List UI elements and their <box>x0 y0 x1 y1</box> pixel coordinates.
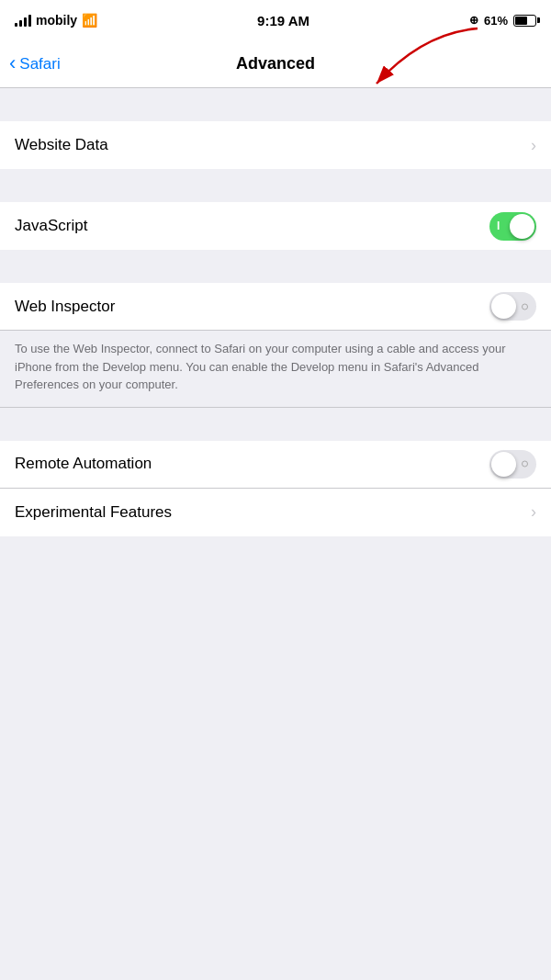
javascript-row: JavaScript I <box>0 202 551 250</box>
status-bar-left: mobily 📶 <box>15 13 97 28</box>
section-gap-1 <box>0 88 551 121</box>
toggle-off-dot <box>522 303 528 310</box>
status-bar: mobily 📶 9:19 AM ⊕ 61% <box>0 0 551 40</box>
remote-automation-toggle[interactable] <box>489 450 536 479</box>
experimental-features-label: Experimental Features <box>15 503 172 522</box>
experimental-features-chevron-icon: › <box>531 502 536 522</box>
web-inspector-description: To use the Web Inspector, connect to Saf… <box>0 331 551 408</box>
nav-bar: ‹ Safari Advanced <box>0 40 551 88</box>
bottom-area <box>0 536 551 867</box>
javascript-toggle[interactable]: I <box>489 212 536 241</box>
web-inspector-toggle[interactable] <box>489 292 536 321</box>
website-data-chevron-icon: › <box>531 136 536 155</box>
wifi-icon: 📶 <box>82 13 97 28</box>
remote-automation-row: Remote Automation <box>0 441 551 489</box>
toggle-knob <box>510 214 534 239</box>
javascript-section: JavaScript I <box>0 202 551 250</box>
back-label: Safari <box>19 55 60 73</box>
battery-icon <box>513 15 536 27</box>
experimental-features-row[interactable]: Experimental Features › <box>0 489 551 536</box>
status-bar-time: 9:19 AM <box>257 13 309 28</box>
page-title: Advanced <box>236 54 315 73</box>
remote-automation-label: Remote Automation <box>15 455 152 473</box>
automation-section: Remote Automation Experimental Features … <box>0 441 551 536</box>
section-gap-2 <box>0 169 551 202</box>
web-inspector-section: Web Inspector To use the Web Inspector, … <box>0 283 551 408</box>
battery-percent: 61% <box>484 14 508 28</box>
back-chevron-icon: ‹ <box>9 53 16 73</box>
status-bar-right: ⊕ 61% <box>469 14 536 28</box>
remote-automation-toggle-knob <box>491 452 516 477</box>
section-gap-3 <box>0 250 551 283</box>
location-icon: ⊕ <box>469 14 478 27</box>
section-gap-4 <box>0 408 551 441</box>
remote-automation-off-dot <box>522 461 528 467</box>
back-button[interactable]: ‹ Safari <box>9 55 61 73</box>
signal-bars-icon <box>15 14 31 27</box>
toggle-on-label: I <box>497 220 500 232</box>
web-inspector-row: Web Inspector <box>0 283 551 331</box>
javascript-label: JavaScript <box>15 217 87 235</box>
website-data-label: Website Data <box>15 136 108 154</box>
web-inspector-toggle-knob <box>491 294 516 319</box>
web-inspector-description-text: To use the Web Inspector, connect to Saf… <box>15 340 536 394</box>
carrier-label: mobily <box>36 13 77 28</box>
web-inspector-label: Web Inspector <box>15 298 115 316</box>
website-data-row[interactable]: Website Data › <box>0 121 551 169</box>
website-data-section: Website Data › <box>0 121 551 169</box>
